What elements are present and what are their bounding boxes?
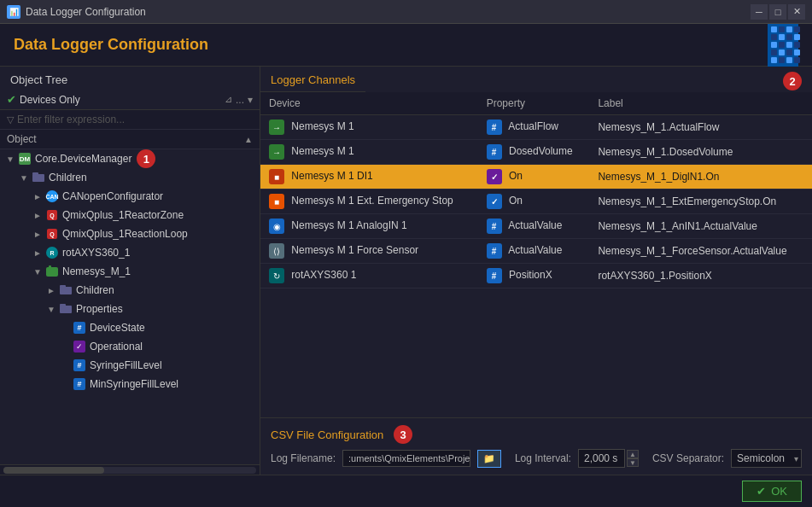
ellipsis-label[interactable]: ... (236, 94, 244, 106)
filter-input[interactable] (17, 114, 253, 125)
arrow-icon: ▼ (31, 267, 44, 277)
spin-down-button[interactable]: ▼ (627, 458, 639, 467)
svg-text:CAN: CAN (45, 194, 58, 200)
children-1-label: Children (49, 172, 87, 184)
title-bar-text: Data Logger Configuration (26, 6, 745, 18)
arrow-icon: ▼ (17, 173, 31, 183)
arrow-icon: ► (31, 211, 44, 220)
tree-node-operational[interactable]: ✓ Operational (0, 337, 260, 356)
tree-node-canopen[interactable]: ► CAN CANopenConfigurator (0, 187, 260, 206)
log-interval-label: Log Interval: (515, 452, 571, 464)
tree-node-rotaxys[interactable]: ► R rotAXYS360_1 (0, 243, 260, 262)
canopen-label: CANopenConfigurator (62, 190, 163, 202)
nemesys-label: Nemesys_M_1 (62, 265, 131, 277)
properties-icon (58, 301, 73, 317)
title-bar: 📊 Data Logger Configuration ─ □ ✕ (0, 0, 812, 24)
device-column-header: Device (260, 92, 478, 115)
bottom-bar: ✔ OK (0, 475, 812, 507)
label-cell: Nemesys_M_1_DiglN1.On (589, 165, 812, 189)
object-tree-title: Object Tree (0, 67, 260, 90)
tree-node-children-1[interactable]: ▼ Children (0, 168, 260, 187)
tree-node-reaction[interactable]: ► Q QmixQplus_1ReactionLoop (0, 224, 260, 243)
spin-up-button[interactable]: ▲ (627, 450, 639, 458)
property-cell: # PositionX (478, 264, 590, 288)
tree-area[interactable]: ▼ DM Core.DeviceManager 1 ▼ Children ► C (0, 149, 260, 464)
device-cell: ■ Nemesys M 1 DI1 (260, 165, 478, 189)
close-button[interactable]: ✕ (788, 4, 805, 20)
nemesys-icon (44, 264, 60, 279)
table-row[interactable]: ■ Nemesys M 1 Ext. Emergency Stop ✓ On N… (260, 189, 812, 214)
qmix-reaction-icon: Q (44, 226, 60, 242)
label-cell: Nemesys_M_1_ForceSensor.ActualValue (589, 239, 812, 264)
funnel-icon[interactable]: ⊿ (225, 94, 232, 105)
table-row[interactable]: ■ Nemesys M 1 DI1 ✓ On Nemesys_M_1_DiglN… (260, 165, 812, 189)
filter-bar: ▽ (0, 110, 260, 130)
log-interval-control: 2,000 s ▲ ▼ (578, 449, 639, 468)
svg-rect-3 (32, 172, 38, 175)
title-bar-controls: ─ □ ✕ (751, 4, 805, 20)
property-cell: # ActualValue (478, 214, 590, 239)
interval-spinner: ▲ ▼ (627, 450, 639, 467)
rotaxys-label: rotAXYS360_1 (62, 247, 130, 259)
ok-button[interactable]: ✔ OK (742, 481, 802, 502)
app-title: Data Logger Configuration (14, 36, 208, 54)
right-panel: Logger Channels 2 Device Property Label … (260, 67, 812, 475)
check-icon-operational: ✓ (72, 339, 87, 354)
svg-text:#: # (77, 380, 81, 388)
minimize-button[interactable]: ─ (751, 4, 768, 20)
csv-config-title: CSV File Configuration 3 (271, 425, 802, 444)
csv-separator-select[interactable]: Semicolon Comma Tab (731, 449, 802, 468)
tree-node-properties[interactable]: ▼ Properties (0, 300, 260, 318)
tree-node-syringefill[interactable]: # SyringeFillLevel (0, 356, 260, 375)
maximize-button[interactable]: □ (769, 4, 786, 20)
svg-rect-17 (60, 304, 66, 306)
tree-node-devicestate[interactable]: # DeviceState (0, 318, 260, 337)
table-row[interactable]: ↻ rotAXYS360 1 # PositionX rotAXYS360_1.… (260, 264, 812, 288)
devicemanager-label: Core.DeviceManager (35, 153, 131, 165)
left-panel: Object Tree ✔ Devices Only ⊿ ... ▾ ▽ Obj… (0, 67, 260, 475)
table-row[interactable]: ◉ Nemesys M 1 AnalogIN 1 # ActualValue N… (260, 214, 812, 239)
tree-node-nemesys[interactable]: ▼ Nemesys_M_1 (0, 262, 260, 281)
csv-separator-wrapper: Semicolon Comma Tab (731, 449, 802, 468)
table-row[interactable]: → Nemesys M 1 # DosedVolume Nemesys_M_1.… (260, 140, 812, 165)
property-cell: # ActualFlow (478, 115, 590, 140)
qmix-reactor-icon: Q (44, 207, 60, 223)
channels-header: Logger Channels 2 (260, 67, 812, 92)
device-cell: ■ Nemesys M 1 Ext. Emergency Stop (260, 189, 478, 214)
tree-node-children-2[interactable]: ► Children (0, 281, 260, 300)
device-cell: ◉ Nemesys M 1 AnalogIN 1 (260, 214, 478, 239)
log-interval-input[interactable]: 2,000 s (578, 449, 625, 468)
csv-separator-label: CSV Separator: (652, 452, 724, 464)
property-cell: # DosedVolume (478, 140, 590, 165)
svg-text:Q: Q (50, 213, 55, 219)
arrow-icon: ▼ (44, 305, 58, 314)
device-cell: ↻ rotAXYS360 1 (260, 264, 478, 288)
object-header-label: Object (7, 133, 37, 145)
browse-folder-button[interactable]: 📁 (477, 450, 501, 468)
log-filename-label: Log Filename: (271, 452, 336, 464)
properties-label: Properties (76, 303, 123, 315)
badge-3: 3 (394, 425, 412, 444)
table-row[interactable]: ⟨⟩ Nemesys M 1 Force Sensor # ActualValu… (260, 239, 812, 264)
arrow-icon: ► (44, 286, 58, 295)
devices-bar: ✔ Devices Only ⊿ ... ▾ (0, 90, 260, 110)
arrow-icon: ► (31, 248, 44, 258)
h-scrollbar[interactable] (0, 464, 260, 475)
devices-expand-icon[interactable]: ▾ (248, 94, 253, 106)
svg-rect-13 (49, 265, 51, 269)
ok-label: OK (771, 485, 787, 498)
sort-icon[interactable]: ▲ (244, 135, 253, 144)
svg-text:#: # (77, 361, 81, 370)
arrow-icon: ► (31, 230, 44, 239)
tree-node-devicemanager[interactable]: ▼ DM Core.DeviceManager 1 (0, 149, 260, 168)
header-grid-icon (768, 24, 798, 67)
devices-only-label[interactable]: Devices Only (20, 94, 221, 106)
label-column-header: Label (589, 92, 812, 115)
tree-node-reactor[interactable]: ► Q QmixQplus_1ReactorZone (0, 206, 260, 224)
tree-node-minsyringe[interactable]: # MinSyringeFillLevel (0, 375, 260, 393)
hash-icon-devicestate: # (72, 320, 87, 335)
devices-check-icon: ✔ (7, 93, 16, 106)
table-row[interactable]: → Nemesys M 1 # ActualFlow Nemesys_M_1.A… (260, 115, 812, 140)
channels-table-scroll[interactable]: Device Property Label → Nemesys M 1 # Ac… (260, 92, 812, 417)
csv-config-section: CSV File Configuration 3 Log Filename: :… (260, 417, 812, 475)
